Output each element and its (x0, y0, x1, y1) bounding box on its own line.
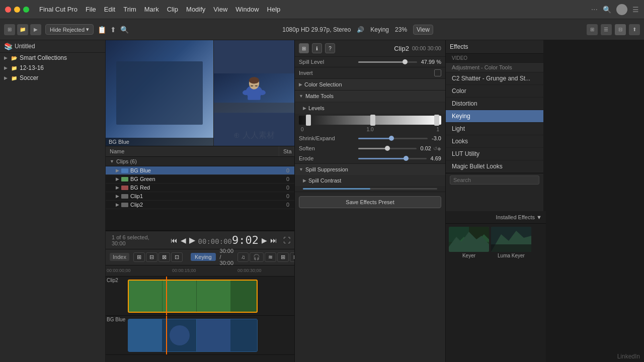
timeline-zoom-btn[interactable]: ⊡ (171, 252, 183, 262)
snapping-btn[interactable]: ⊡ (290, 252, 294, 262)
effects-search (446, 173, 543, 187)
prev-frame-btn[interactable]: ◀ (181, 236, 186, 244)
soften-slider[interactable] (358, 148, 417, 149)
arrow-down-icon: ▼ (299, 167, 303, 172)
inspector-tab-share[interactable]: ? (325, 43, 335, 53)
levels-handle-right[interactable] (434, 115, 439, 126)
menu-help[interactable]: Help (267, 6, 281, 13)
grid-icon[interactable]: ⊞ (587, 24, 598, 35)
expand-icon[interactable]: ▶ (116, 185, 119, 190)
menu-finalcutpro[interactable]: Final Cut Pro (39, 6, 77, 13)
list-icon[interactable]: ☰ (632, 6, 639, 14)
inspector-tab-properties[interactable]: ⊞ (299, 43, 309, 53)
clip2-block[interactable] (128, 280, 258, 313)
effects-item-distortion[interactable]: Distortion (446, 98, 543, 110)
thumb-keyer[interactable]: Keyer (449, 227, 489, 258)
effects-item-adjustment[interactable]: Adjustment - Color Tools (446, 63, 543, 72)
sidebar-item-12-13-16[interactable]: ▶ 📁 12-13-16 (0, 63, 105, 73)
effects-item-c2shatter[interactable]: C2 Shatter - Grunge and St... (446, 72, 543, 85)
save-effects-preset-btn[interactable]: Save Effects Preset (299, 196, 441, 208)
matte-tools-section: ▼ Matte Tools ▶ Levels 0 1.0 (295, 90, 445, 164)
spill-level-slider[interactable] (358, 61, 417, 63)
matte-tools-header[interactable]: ▼ Matte Tools (295, 90, 445, 102)
close-button[interactable] (5, 7, 11, 13)
clip-icon-clip2 (121, 203, 128, 207)
clips-section-arrow[interactable]: ▼ (110, 159, 114, 164)
maximize-button[interactable] (23, 7, 29, 13)
bgblue-block[interactable] (128, 319, 258, 352)
expand-icon[interactable]: ▶ (116, 168, 119, 173)
effects-item-color[interactable]: Color (446, 85, 543, 98)
menu-file[interactable]: File (86, 6, 96, 13)
color-selection-header[interactable]: ▶ Color Selection (295, 79, 445, 90)
timeline-view-btn2[interactable]: ⊟ (146, 252, 157, 262)
soften-keyframe-icon[interactable]: ◆ (437, 146, 441, 151)
sidebar-item-smart-collections[interactable]: ▶ 📂 Smart Collections (0, 53, 105, 63)
search-icon[interactable]: 🔍 (603, 6, 611, 14)
invert-section: Invert (295, 67, 445, 79)
menu-mark[interactable]: Mark (144, 6, 159, 13)
media-icon[interactable]: ▶ (30, 24, 41, 35)
expand-icon[interactable]: ▶ (116, 194, 119, 199)
sidebar-item-soccer[interactable]: ▶ 📁 Soccer (0, 73, 105, 83)
spill-contrast-header[interactable]: ▶ Spill Contrast (295, 175, 445, 186)
spill-suppression-header[interactable]: ▼ Spill Suppression (295, 164, 445, 175)
inspector-tab-info[interactable]: ℹ (312, 43, 322, 53)
expand-icon[interactable]: ▶ (116, 176, 119, 182)
export-icon[interactable]: ⬆ (629, 24, 640, 35)
play-btn[interactable]: ▶ (189, 235, 195, 245)
fullscreen-btn[interactable]: ⛶ (283, 236, 290, 244)
panel-icon[interactable]: ⊟ (615, 24, 626, 35)
minimize-button[interactable] (14, 7, 20, 13)
effects-search-input[interactable] (450, 175, 539, 185)
clip-row-bgblue[interactable]: ▶ BG Blue 0 (106, 166, 294, 175)
menu-window[interactable]: Window (235, 6, 259, 13)
audio-btn[interactable]: ♫ (237, 252, 249, 262)
menu-trim[interactable]: Trim (123, 6, 136, 13)
account-icon[interactable] (616, 4, 627, 15)
next-frame-btn[interactable]: ▶ (262, 236, 267, 244)
zoom-label[interactable]: 23% (395, 26, 407, 33)
levels-header[interactable]: ▶ Levels (295, 103, 445, 114)
invert-checkbox[interactable] (434, 69, 441, 76)
effects-item-magicbullet[interactable]: Magic Bullet Looks (446, 160, 543, 173)
index-btn[interactable]: Index (110, 253, 129, 261)
soften-reset-icon[interactable]: ↺ (433, 146, 437, 151)
shrink-expand-slider[interactable] (358, 138, 428, 139)
installed-effects-label[interactable]: Installed Effects ▼ (446, 211, 546, 224)
view-btn[interactable]: View (413, 25, 433, 35)
library-icon[interactable]: ⊞ (4, 24, 15, 35)
more-icon[interactable]: ··· (591, 5, 598, 14)
clip-row-bggreen[interactable]: ▶ BG Green 0 (106, 175, 294, 184)
thumb-luma-keyer[interactable]: Luma Keyer (491, 227, 531, 258)
hide-rejected-btn[interactable]: Hide Rejected ▾ (45, 24, 94, 35)
effects-item-looks[interactable]: Looks (446, 135, 543, 148)
levels-handle-mid[interactable] (370, 115, 375, 126)
erode-slider[interactable] (358, 158, 427, 159)
go-start-btn[interactable]: ⏮ (171, 236, 178, 244)
clip-icon[interactable]: 📋 (98, 26, 106, 34)
waveform-btn[interactable]: ≋ (265, 252, 276, 262)
go-end-btn[interactable]: ⏭ (270, 236, 277, 244)
clip-row-bgred[interactable]: ▶ BG Red 0 (106, 184, 294, 192)
spill-contrast-slider[interactable] (303, 188, 437, 190)
skimmer-btn[interactable]: ⊞ (277, 252, 289, 262)
effects-item-keying[interactable]: Keying (446, 110, 543, 123)
clip-row-clip2[interactable]: ▶ Clip2 0 (106, 201, 294, 209)
expand-icon[interactable]: ▶ (116, 202, 119, 207)
menu-edit[interactable]: Edit (104, 6, 115, 13)
clip-row-clip1[interactable]: ▶ Clip1 0 (106, 192, 294, 201)
effects-item-light[interactable]: Light (446, 123, 543, 135)
list-view-icon[interactable]: ☰ (601, 24, 612, 35)
menu-modify[interactable]: Modify (186, 6, 205, 13)
share-icon[interactable]: ⬆ (110, 26, 116, 34)
effects-item-lututility[interactable]: LUT Utility (446, 148, 543, 160)
levels-handle-left[interactable] (306, 115, 311, 126)
timeline-view-btn1[interactable]: ⊞ (133, 252, 145, 262)
headphone-btn[interactable]: 🎧 (250, 252, 264, 262)
menu-clip[interactable]: Clip (167, 6, 178, 13)
event-icon[interactable]: 📁 (17, 24, 28, 35)
menu-view[interactable]: View (213, 6, 227, 13)
timeline-view-btn3[interactable]: ⊠ (158, 252, 170, 262)
search-toolbar-icon[interactable]: 🔍 (120, 26, 129, 34)
